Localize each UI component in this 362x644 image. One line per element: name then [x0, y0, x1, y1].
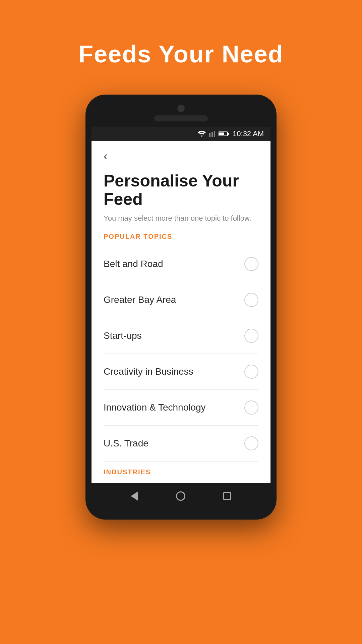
status-icons: 10:32 AM: [198, 129, 264, 138]
topic-item-belt-road[interactable]: Belt and Road: [92, 246, 270, 282]
radio-belt-road[interactable]: [244, 257, 258, 271]
radio-startups[interactable]: [244, 329, 258, 343]
phone-camera: [177, 105, 185, 112]
topic-label: Innovation & Technology: [104, 402, 206, 413]
topic-item-us-trade[interactable]: U.S. Trade: [92, 426, 270, 461]
phone-frame: 10:32 AM ‹ Personalise Your Feed You may…: [85, 95, 277, 520]
topic-label: Start-ups: [104, 330, 142, 341]
topic-item-greater-bay[interactable]: Greater Bay Area: [92, 282, 270, 318]
status-bar: 10:32 AM: [92, 127, 270, 141]
nav-back-icon[interactable]: [131, 491, 138, 501]
screen-subtitle: You may select more than one topic to fo…: [104, 214, 258, 223]
industries-label: INDUSTRIES: [92, 462, 270, 483]
battery-icon: [219, 131, 229, 137]
wifi-icon: [198, 131, 206, 137]
topics-list: Belt and Road Greater Bay Area Start-ups…: [92, 246, 270, 483]
phone-bottom-nav: [92, 483, 270, 509]
radio-greater-bay[interactable]: [244, 293, 258, 307]
topic-item-startups[interactable]: Start-ups: [92, 318, 270, 354]
topic-label: Greater Bay Area: [104, 294, 176, 305]
nav-home-icon[interactable]: [176, 491, 185, 501]
svg-rect-1: [212, 132, 213, 137]
app-header: ‹ Personalise Your Feed You may select m…: [92, 141, 270, 246]
signal-icon: [209, 131, 215, 137]
phone-speaker: [154, 115, 208, 121]
radio-us-trade[interactable]: [244, 436, 258, 450]
radio-creativity[interactable]: [244, 365, 258, 379]
svg-rect-2: [214, 131, 215, 137]
page-title: Feeds Your Need: [78, 40, 284, 68]
svg-rect-0: [209, 133, 210, 137]
phone-top: [92, 105, 270, 127]
screen-title: Personalise Your Feed: [104, 172, 258, 209]
topic-label: Creativity in Business: [104, 366, 193, 377]
back-button[interactable]: ‹: [104, 150, 258, 162]
phone-screen: ‹ Personalise Your Feed You may select m…: [92, 141, 270, 483]
topic-label: Belt and Road: [104, 259, 163, 269]
topic-item-creativity[interactable]: Creativity in Business: [92, 354, 270, 389]
status-time: 10:32 AM: [233, 129, 264, 138]
svg-rect-4: [219, 132, 224, 135]
radio-innovation[interactable]: [244, 400, 258, 415]
svg-rect-5: [228, 133, 229, 135]
topic-label: U.S. Trade: [104, 438, 148, 449]
topic-item-innovation[interactable]: Innovation & Technology: [92, 390, 270, 425]
nav-recent-icon[interactable]: [223, 492, 231, 500]
popular-topics-label: POPULAR TOPICS: [104, 233, 258, 240]
